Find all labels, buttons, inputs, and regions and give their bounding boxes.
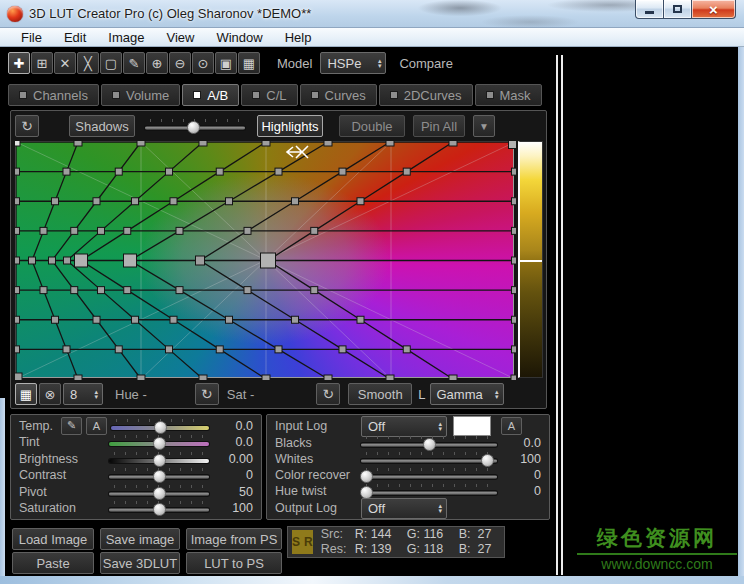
slider-track[interactable] [361, 459, 497, 463]
slider-thumb[interactable] [360, 470, 373, 483]
highlights-button[interactable]: Highlights [257, 115, 323, 137]
menu-item-file[interactable]: File [10, 30, 53, 45]
grid-density-stepper[interactable]: 8 ▴▾ [63, 383, 103, 405]
shadow-highlight-slider[interactable] [145, 118, 245, 134]
minimize-button[interactable] [635, 0, 664, 19]
mesh-handle[interactable] [216, 168, 223, 175]
slider-thumb[interactable] [153, 503, 166, 516]
save-3dlut-button[interactable]: Save 3DLUT [100, 552, 180, 574]
grid-move-button[interactable]: ⊞ [31, 52, 53, 74]
mesh-handle[interactable] [63, 346, 70, 353]
menu-item-image[interactable]: Image [97, 30, 155, 45]
tab-c-l[interactable]: C/L [241, 84, 297, 106]
mesh-handle[interactable] [132, 198, 139, 205]
zoom-in-button[interactable]: ⊕ [146, 52, 168, 74]
close-button[interactable]: × [691, 0, 736, 19]
mesh-handle[interactable] [403, 168, 410, 175]
mesh-handle[interactable] [115, 168, 122, 175]
slider-thumb[interactable] [153, 487, 166, 500]
slider-thumb[interactable] [360, 486, 373, 499]
paste-button[interactable]: Paste [12, 552, 94, 574]
mesh-handle[interactable] [15, 316, 20, 323]
mesh-handle[interactable] [124, 227, 131, 234]
mesh-handle[interactable] [449, 375, 457, 380]
mesh-handle[interactable] [262, 375, 270, 380]
reset-hue-button[interactable]: ↻ [195, 383, 219, 405]
lut-to-ps-button[interactable]: LUT to PS [186, 552, 282, 574]
mesh-handle[interactable] [357, 316, 364, 323]
tab-channels[interactable]: Channels [8, 84, 99, 106]
eyedropper-button[interactable]: ✎ [123, 52, 145, 74]
gamma-dropdown[interactable]: Gamma ▴▾ [430, 383, 504, 405]
auto-button[interactable]: A [501, 417, 522, 435]
compare-button[interactable]: Compare [399, 56, 452, 71]
smooth-button[interactable]: Smooth [348, 383, 412, 405]
mesh-handle[interactable] [512, 316, 517, 323]
pin-all-button[interactable]: Pin All [413, 115, 465, 137]
zoom-out-button[interactable]: ⊖ [169, 52, 191, 74]
mesh-handle[interactable] [29, 257, 36, 264]
mesh-handle[interactable] [509, 141, 517, 149]
mesh-handle[interactable] [512, 198, 517, 205]
menu-item-view[interactable]: View [156, 30, 206, 45]
mesh-handle[interactable] [137, 141, 145, 146]
mesh-handle[interactable] [176, 227, 183, 234]
save-image-button[interactable]: Save image [100, 528, 180, 550]
mesh-handle[interactable] [74, 141, 82, 146]
mesh-handle[interactable] [292, 198, 299, 205]
mesh-handle[interactable] [15, 198, 20, 205]
mesh-handle[interactable] [324, 141, 332, 146]
image-from-ps-button[interactable]: Image from PS [186, 528, 282, 550]
splitter-line-1[interactable] [556, 55, 558, 575]
mesh-grid-toggle[interactable]: ▦ [15, 383, 37, 405]
model-dropdown[interactable]: HSPe▴▾ [320, 52, 386, 74]
mesh-handle[interactable] [275, 168, 282, 175]
luminance-gradient-bar[interactable] [518, 141, 543, 378]
reset-mesh-button[interactable]: ↻ [15, 115, 39, 137]
slider-thumb[interactable] [423, 438, 436, 451]
temp-eyedropper-button[interactable]: ✎ [61, 417, 82, 435]
menu-item-edit[interactable]: Edit [53, 30, 97, 45]
mesh-handle[interactable] [512, 168, 517, 175]
mesh-handle[interactable] [15, 373, 22, 380]
collapse-button[interactable]: ✕ [54, 52, 76, 74]
tab-mask[interactable]: Mask [475, 84, 542, 106]
output-log-dropdown[interactable]: Off ▴▾ [361, 498, 447, 519]
mesh-handle[interactable] [512, 287, 517, 294]
mesh-handle[interactable] [386, 141, 394, 146]
mesh-handle[interactable] [170, 198, 177, 205]
mesh-handle[interactable] [15, 257, 20, 264]
brightness-slider[interactable] [109, 451, 209, 467]
slider-track[interactable] [361, 491, 497, 495]
shadows-button[interactable]: Shadows [69, 115, 135, 137]
mesh-handle[interactable] [166, 168, 173, 175]
grid-view-button[interactable]: ▦ [238, 52, 260, 74]
mesh-handle[interactable] [262, 141, 270, 146]
color-recover-slider[interactable] [361, 467, 497, 483]
mesh-handle[interactable] [311, 287, 318, 294]
mesh-handle[interactable] [137, 375, 145, 380]
slider-thumb[interactable] [153, 470, 166, 483]
expand-button[interactable]: ╳ [77, 52, 99, 74]
contrast-slider[interactable] [109, 467, 209, 483]
mesh-handle[interactable] [226, 316, 233, 323]
mesh-handle[interactable] [124, 254, 137, 267]
slider-thumb[interactable] [187, 121, 200, 134]
mesh-handle[interactable] [115, 346, 122, 353]
reset-sat-button[interactable]: ↻ [316, 383, 340, 405]
menu-item-help[interactable]: Help [274, 30, 323, 45]
tint-slider[interactable] [109, 434, 209, 450]
mesh-handle[interactable] [311, 227, 318, 234]
mesh-wheel-toggle[interactable]: ⊗ [39, 383, 61, 405]
temp-auto-button[interactable]: A [86, 417, 107, 435]
mesh-handle[interactable] [15, 141, 20, 146]
slider-thumb[interactable] [481, 454, 494, 467]
mesh-handle[interactable] [71, 287, 78, 294]
stepper-arrows-icon[interactable]: ▴▾ [94, 389, 98, 399]
pivot-slider[interactable] [109, 484, 209, 500]
move-button[interactable]: ✚ [8, 52, 30, 74]
tab-volume[interactable]: Volume [101, 84, 180, 106]
mesh-handle[interactable] [74, 375, 82, 380]
mesh-handle[interactable] [512, 227, 517, 234]
mesh-handle[interactable] [403, 346, 410, 353]
